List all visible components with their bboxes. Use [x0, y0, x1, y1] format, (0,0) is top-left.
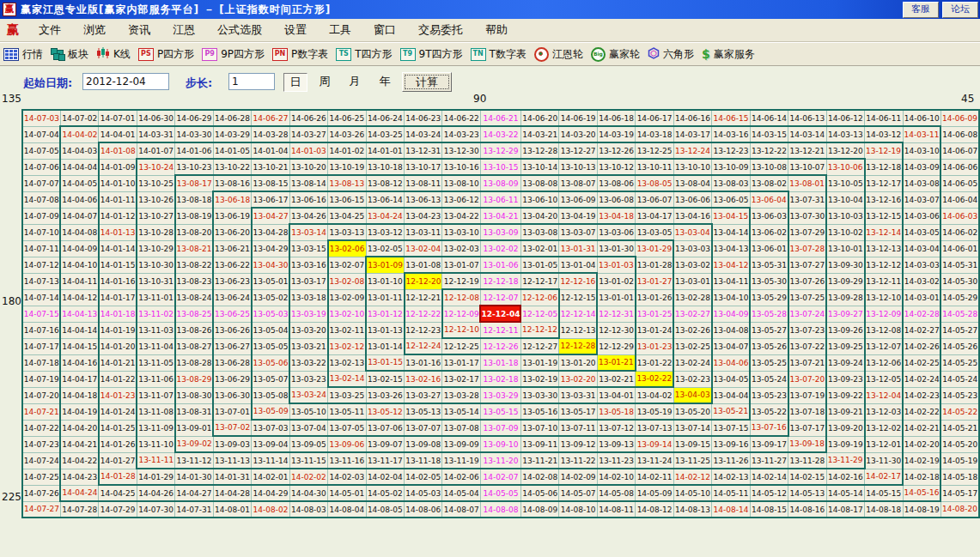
date-cell[interactable]: 13-11-09 [137, 420, 174, 436]
date-cell[interactable]: 13-12-01 [865, 436, 903, 452]
date-cell[interactable]: 14-04-06 [60, 191, 98, 208]
date-cell[interactable]: 13-08-17 [175, 175, 213, 191]
date-cell[interactable]: 14-06-04 [940, 191, 979, 208]
date-cell[interactable]: 14-06-06 [940, 159, 979, 175]
date-cell[interactable]: 14-06-01 [940, 240, 979, 257]
date-cell[interactable]: 13-12-16 [865, 191, 903, 208]
date-cell[interactable]: 14-07-31 [175, 501, 213, 518]
date-cell[interactable]: 14-07-20 [22, 387, 60, 403]
date-cell[interactable]: 14-05-22 [940, 403, 979, 420]
date-cell[interactable]: 14-01-17 [99, 289, 137, 306]
period-button-日[interactable]: 日 [283, 73, 307, 92]
date-cell[interactable]: 13-08-29 [175, 371, 213, 387]
date-cell[interactable]: 13-11-03 [137, 322, 174, 338]
date-cell[interactable]: 12-12-11 [480, 322, 520, 338]
date-cell[interactable]: 13-03-28 [442, 387, 480, 403]
date-cell[interactable]: 13-04-18 [597, 208, 635, 224]
date-cell[interactable]: 14-07-06 [22, 159, 60, 175]
date-cell[interactable]: 13-02-16 [405, 371, 442, 387]
date-cell[interactable]: 13-07-26 [788, 273, 826, 289]
date-cell[interactable]: 12-12-15 [559, 289, 597, 306]
date-cell[interactable]: 13-11-15 [289, 452, 327, 469]
date-cell[interactable]: 13-04-12 [712, 257, 750, 273]
date-cell[interactable]: 13-10-05 [826, 175, 864, 191]
date-cell[interactable]: 13-01-27 [636, 273, 673, 289]
date-cell[interactable]: 13-12-19 [865, 142, 903, 159]
date-cell[interactable]: 13-05-15 [480, 403, 520, 420]
date-cell[interactable]: 13-03-21 [289, 338, 327, 354]
date-cell[interactable]: 13-09-07 [366, 436, 404, 452]
date-cell[interactable]: 13-11-24 [636, 452, 673, 469]
date-cell[interactable]: 13-10-06 [826, 159, 864, 175]
date-cell[interactable]: 14-03-06 [903, 208, 940, 224]
date-cell[interactable]: 13-06-03 [750, 208, 788, 224]
menu-item-1[interactable]: 浏览 [72, 22, 117, 38]
date-cell[interactable]: 12-12-05 [520, 306, 558, 322]
date-cell[interactable]: 13-12-31 [405, 142, 442, 159]
date-cell[interactable]: 13-03-23 [289, 371, 327, 387]
date-cell[interactable]: 13-04-11 [712, 273, 750, 289]
date-cell[interactable]: 14-06-16 [673, 110, 711, 126]
date-cell[interactable]: 14-04-22 [60, 452, 98, 469]
date-cell[interactable]: 13-08-04 [673, 175, 711, 191]
date-cell[interactable]: 13-07-05 [328, 420, 366, 436]
toolbar-button-4[interactable]: P99P四方形 [202, 47, 265, 62]
date-cell[interactable]: 14-07-08 [22, 191, 60, 208]
date-cell[interactable]: 14-02-01 [252, 469, 289, 485]
date-cell[interactable]: 13-04-24 [366, 208, 404, 224]
date-cell[interactable]: 14-03-30 [175, 126, 213, 142]
date-cell[interactable]: 13-02-20 [559, 371, 597, 387]
date-cell[interactable]: 12-12-12 [520, 322, 558, 338]
date-cell[interactable]: 13-10-28 [137, 224, 174, 240]
date-cell[interactable]: 13-08-20 [175, 224, 213, 240]
date-cell[interactable]: 13-01-05 [520, 257, 558, 273]
date-cell[interactable]: 13-12-24 [673, 142, 711, 159]
date-cell[interactable]: 13-05-18 [597, 403, 635, 420]
date-cell[interactable]: 14-08-14 [712, 501, 750, 518]
date-cell[interactable]: 13-10-13 [559, 159, 597, 175]
date-cell[interactable]: 14-02-13 [712, 469, 750, 485]
date-cell[interactable]: 13-04-30 [252, 257, 289, 273]
date-cell[interactable]: 13-12-29 [480, 142, 520, 159]
date-cell[interactable]: 13-12-05 [865, 371, 903, 387]
date-cell[interactable]: 14-08-15 [750, 501, 788, 518]
date-cell[interactable]: 14-01-18 [99, 306, 137, 322]
date-cell[interactable]: 13-06-13 [405, 191, 442, 208]
menu-item-8[interactable]: 交易委托 [407, 22, 474, 38]
date-cell[interactable]: 14-07-11 [22, 240, 60, 257]
date-cell[interactable]: 13-12-22 [750, 142, 788, 159]
date-cell[interactable]: 13-06-27 [213, 338, 251, 354]
date-cell[interactable]: 13-02-17 [442, 371, 480, 387]
date-cell[interactable]: 13-04-05 [712, 371, 750, 387]
date-cell[interactable]: 13-09-15 [673, 436, 711, 452]
date-cell[interactable]: 14-08-04 [328, 501, 366, 518]
date-cell[interactable]: 14-02-23 [903, 387, 940, 403]
date-cell[interactable]: 13-11-01 [137, 289, 174, 306]
date-cell[interactable]: 14-03-11 [903, 126, 940, 142]
date-cell[interactable]: 13-12-03 [865, 403, 903, 420]
date-cell[interactable]: 14-06-18 [597, 110, 635, 126]
date-cell[interactable]: 13-11-14 [252, 452, 289, 469]
date-cell[interactable]: 14-05-14 [826, 485, 864, 501]
date-cell[interactable]: 14-01-21 [99, 354, 137, 371]
date-cell[interactable]: 14-07-17 [22, 338, 60, 354]
date-cell[interactable]: 13-05-09 [252, 403, 289, 420]
date-cell[interactable]: 13-07-19 [788, 387, 826, 403]
date-cell[interactable]: 14-01-24 [99, 403, 137, 420]
date-cell[interactable]: 13-05-08 [252, 387, 289, 403]
date-cell[interactable]: 14-06-24 [366, 110, 404, 126]
date-cell[interactable]: 13-02-18 [480, 371, 520, 387]
date-cell[interactable]: 13-10-25 [137, 175, 174, 191]
date-cell[interactable]: 14-06-23 [405, 110, 442, 126]
date-cell[interactable]: 13-07-04 [289, 420, 327, 436]
date-cell[interactable]: 13-06-12 [442, 191, 480, 208]
date-cell[interactable]: 13-04-01 [597, 387, 635, 403]
date-cell[interactable]: 13-10-08 [750, 159, 788, 175]
date-cell[interactable]: 13-05-14 [442, 403, 480, 420]
date-cell[interactable]: 12-12-23 [405, 322, 442, 338]
date-cell[interactable]: 13-01-03 [597, 257, 635, 273]
date-cell[interactable]: 14-04-11 [60, 273, 98, 289]
date-cell[interactable]: 13-02-27 [673, 306, 711, 322]
date-cell[interactable]: 12-12-31 [597, 306, 635, 322]
date-cell[interactable]: 13-07-15 [712, 420, 750, 436]
